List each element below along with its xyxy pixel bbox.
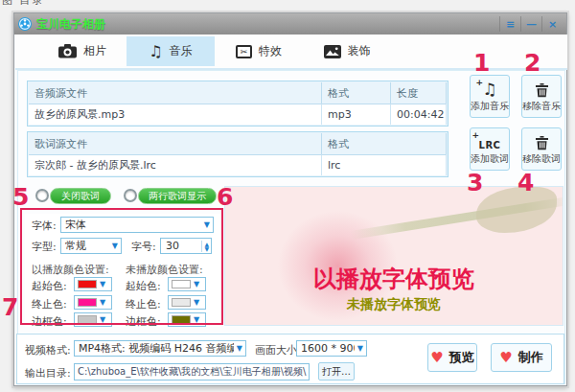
chevron-down-icon: ▼: [194, 315, 199, 324]
played-start-color-select[interactable]: ▼: [74, 277, 112, 291]
close-button[interactable]: ×: [541, 16, 563, 32]
annotation-number-1: 1: [473, 49, 490, 77]
tab-decorations-label: 装饰: [348, 43, 371, 59]
add-music-icon: ♫ +: [482, 81, 496, 98]
close-lyrics-toggle[interactable]: 关闭歌词: [50, 188, 111, 204]
font-style-select[interactable]: 常规 ▼: [60, 238, 122, 254]
played-border-label: 边框色:: [32, 314, 67, 329]
close-lyrics-radio[interactable]: [35, 189, 49, 202]
output-dir-input[interactable]: [74, 363, 310, 380]
unplayed-start-color-select[interactable]: ▼: [168, 277, 206, 291]
unplayed-end-color-select[interactable]: ▼: [168, 295, 206, 310]
close-lyrics-label: 关闭歌词: [61, 190, 100, 203]
page: 图 目录 宝川电子相册 ≡ — ×: [0, 0, 575, 392]
two-line-toggle[interactable]: 两行歌词显示: [138, 188, 217, 204]
rose-leaf-image: [476, 187, 557, 233]
audio-row-source: 故乡的原风景.mp3: [29, 104, 322, 125]
video-format-select[interactable]: MP4格式: 视频编码 H246 音频编码 ACC ▼: [74, 340, 246, 357]
color-swatch: [172, 298, 191, 307]
audio-header-source: 音频源文件: [29, 82, 322, 104]
font-size-stepper[interactable]: 30 ▲ ▼: [160, 238, 212, 254]
chevron-down-icon: ▼: [201, 220, 213, 229]
titlebar: 宝川电子相册 ≡ — ×: [14, 13, 566, 35]
output-dir-label: 输出目录:: [25, 366, 71, 380]
unplayed-end-label: 终止色:: [126, 297, 161, 311]
tab-photos-label: 相片: [83, 43, 106, 59]
lyrics-table-header: 歌词源文件 格式: [29, 133, 447, 154]
chevron-down-icon: ▼: [194, 298, 199, 307]
output-panel: 视频格式: MP4格式: 视频编码 H246 音频编码 ACC ▼ 画面大小: …: [16, 334, 564, 384]
tab-decorations[interactable]: 装饰: [303, 36, 391, 66]
font-style-label: 字型:: [32, 240, 57, 254]
lyrics-file-table: 歌词源文件 格式 宗次郎 - 故乡的原风景.lrc lrc: [27, 131, 448, 177]
minimize-button[interactable]: —: [520, 16, 541, 32]
frame-size-select[interactable]: 1600 * 900 ▼: [296, 340, 367, 357]
tab-effects[interactable]: ✂ 特效: [215, 36, 303, 66]
table-row[interactable]: 宗次郎 - 故乡的原风景.lrc lrc: [29, 154, 447, 175]
stepper-arrows-icon[interactable]: ▲ ▼: [201, 241, 211, 252]
color-swatch: [172, 315, 191, 324]
preview-button[interactable]: ♥ 预览: [427, 343, 477, 372]
played-end-color-select[interactable]: ▼: [74, 295, 112, 310]
heart-icon: ♥: [430, 349, 443, 366]
annotation-number-5: 5: [12, 183, 29, 211]
preview-button-label: 预览: [449, 349, 474, 366]
audio-header-format: 格式: [322, 82, 391, 104]
tab-music-label: 音乐: [170, 43, 193, 59]
annotation-number-3: 3: [467, 169, 483, 196]
remove-lyrics-button[interactable]: 移除歌词: [521, 127, 562, 171]
titlebar-buttons: ≡ — ×: [499, 13, 563, 35]
annotation-number-4: 4: [518, 169, 534, 196]
audio-header-length: 长度: [391, 82, 447, 104]
app-reel-icon: [18, 17, 32, 31]
audio-table-header: 音频源文件 格式 长度: [29, 82, 447, 104]
color-swatch: [78, 315, 97, 324]
add-lyrics-label: 添加歌词: [471, 152, 509, 166]
table-row[interactable]: 故乡的原风景.mp3 mp3 00:04:42: [29, 104, 447, 125]
font-family-select[interactable]: 宋体 ▼: [60, 217, 214, 233]
audio-file-table: 音频源文件 格式 长度 故乡的原风景.mp3 mp3 00:04:42: [27, 81, 448, 127]
two-line-label: 两行歌词显示: [149, 190, 206, 203]
chevron-down-icon: ▼: [355, 344, 366, 353]
window-title: 宝川电子相册: [36, 16, 105, 33]
cropped-caption-text: 图 目录: [2, 0, 117, 6]
unplayed-start-label: 起始色:: [126, 279, 161, 293]
audio-row-format: mp3: [322, 104, 391, 125]
color-swatch: [172, 280, 191, 288]
add-lyrics-button[interactable]: LRC + 添加歌词: [470, 127, 510, 171]
skin-menu-button[interactable]: ≡: [499, 16, 520, 32]
lyrics-header-format: 格式: [322, 133, 447, 154]
lrc-icon: LRC +: [479, 133, 501, 150]
make-button[interactable]: ♥ 制作: [491, 343, 552, 372]
add-music-button[interactable]: ♫ + 添加音乐: [470, 75, 510, 118]
tab-photos[interactable]: 相片: [38, 36, 126, 66]
annotation-number-6: 6: [217, 183, 233, 211]
played-font-preview-text: 以播放字体预览: [225, 264, 563, 294]
scissors-icon: ✂: [236, 45, 252, 58]
played-border-color-select[interactable]: ▼: [74, 312, 112, 327]
chevron-down-icon: ▼: [100, 298, 105, 307]
add-music-label: 添加音乐: [471, 100, 509, 113]
chevron-down-icon: ▼: [194, 280, 199, 288]
camera-icon: [58, 44, 77, 58]
played-colors-title: 以播放颜色设置:: [32, 263, 109, 277]
two-line-radio[interactable]: [124, 189, 137, 202]
unplayed-colors-title: 未播放颜色设置:: [126, 263, 203, 277]
played-end-label: 终止色:: [32, 297, 67, 311]
audio-row-length: 00:04:42: [391, 104, 447, 125]
remove-music-button[interactable]: 移除音乐: [521, 75, 562, 118]
open-folder-button[interactable]: 打开…: [318, 362, 355, 380]
unplayed-border-color-select[interactable]: ▼: [168, 312, 206, 327]
video-format-label: 视频格式:: [25, 343, 71, 357]
chevron-down-icon: ▼: [234, 344, 245, 353]
font-size-label: 字号:: [131, 240, 156, 254]
cropped-caption: 图 目录: [2, 0, 117, 6]
make-button-label: 制作: [518, 349, 543, 366]
remove-music-label: 移除音乐: [522, 100, 561, 113]
remove-lyrics-label: 移除歌词: [522, 152, 561, 166]
unplayed-font-preview-text: 未播放字体预览: [225, 296, 563, 313]
annotation-number-7: 7: [2, 293, 18, 321]
tab-effects-label: 特效: [259, 43, 282, 59]
annotation-number-2: 2: [524, 49, 540, 77]
tab-music[interactable]: ♫ 音乐: [126, 36, 215, 66]
